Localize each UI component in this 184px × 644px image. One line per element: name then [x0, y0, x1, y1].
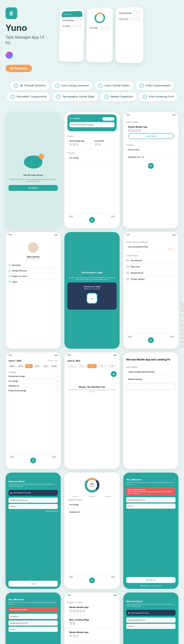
screen-biometric[interactable]: Set Biometric Login Get easier access fo… — [64, 232, 120, 349]
fab-add-button[interactable]: + — [89, 217, 95, 223]
email-input[interactable]: zaralarson@mail.com — [8, 620, 58, 626]
check-icon: ✓ — [56, 95, 60, 99]
add-more-button[interactable]: + — [126, 384, 176, 390]
hero-preview: Hi, Jonathan!Rando Mobile AppIcon Design… — [58, 6, 182, 74]
avatar[interactable] — [28, 242, 38, 253]
menu-projects[interactable]: Projects You Are In — [8, 274, 58, 279]
screen-projects-list[interactable]: 9:41●●● Projects You Are In Rando Mobile… — [64, 593, 120, 644]
feature-pill: ✓Color Global Styles — [95, 81, 133, 90]
task-item[interactable]: Icon Design — [67, 502, 117, 508]
empty-title: Woops, No Checklist Yet! — [67, 386, 117, 388]
task-item[interactable]: Homescreen Design○ — [8, 374, 58, 379]
feature-pill: ✓50 Prebuilt Screens — [10, 81, 49, 90]
signup-button[interactable]: Sign Me Up! — [126, 577, 176, 583]
fab-add-button[interactable]: + — [111, 371, 117, 377]
member-row[interactable]: Thomas Jackson — [126, 276, 176, 282]
task-item[interactable]: Feedback 12○ — [8, 384, 58, 388]
date-pill[interactable]: Thu 8 — [33, 364, 41, 368]
fingerprint-icon[interactable]: ◉ — [128, 612, 130, 614]
fingerprint-icon[interactable]: ◉ — [10, 492, 12, 494]
screen-onboarding[interactable]: Get All Jobs Done! Enjoy all Yuno featur… — [6, 112, 61, 229]
figma-icon — [6, 51, 13, 59]
screens-grid: Get All Jobs Done! Enjoy all Yuno featur… — [6, 112, 178, 644]
menu-edit-profile[interactable]: Edit Profile — [8, 263, 58, 268]
date-pill-active[interactable]: Wed 7 — [25, 364, 33, 368]
email-input[interactable]: zaralarson@mail.com — [8, 498, 58, 503]
project-card[interactable]: Mizu Landing Page — [67, 617, 117, 628]
forgot-password-link[interactable]: Forgot Password? — [8, 510, 58, 512]
check-icon: ✓ — [10, 95, 15, 99]
invite-button[interactable]: Invite People — [128, 133, 174, 139]
header: Project Details — [126, 121, 176, 123]
screen-signup[interactable]: Hey, Welcome! Welcome to Yuno! Create an… — [123, 473, 178, 589]
date-pill[interactable]: Sat 10 — [50, 364, 58, 368]
screen-signup-error[interactable]: Hey, Welcome! Welcome to Yuno! Create an… — [6, 593, 61, 644]
checklist-input[interactable]: Create Landing Page Wireframe — [126, 369, 176, 375]
feature-pill: ✓Reusable Components — [7, 92, 50, 101]
menu-logout[interactable]: Logout — [8, 279, 58, 285]
username-input[interactable]: zaralarson — [8, 613, 58, 619]
feature-pill: ✓Free Amazing Font — [139, 92, 177, 101]
member-row[interactable]: Alex Marshall — [126, 257, 176, 264]
error-alert: Username Already Taken The username you … — [126, 487, 176, 496]
login-link[interactable]: Already have an account? Login — [126, 585, 176, 587]
screen-profile[interactable]: 9:41●●● Zara Larson zaralarson@mail.com … — [6, 232, 61, 349]
fab-add-button[interactable]: + — [148, 163, 154, 169]
password-input[interactable]: •••••••••• — [8, 504, 58, 509]
screen-login-alt[interactable]: Welcome Back! Login using your account b… — [123, 593, 178, 644]
task-item[interactable]: Icon Design○ — [8, 379, 58, 384]
fingerprint-icon[interactable]: ◉ — [86, 293, 98, 304]
screen-invite[interactable]: 9:41●●● Invite to Rando Mobile App yuno.… — [123, 232, 178, 349]
checklist-input[interactable]: Website Sitemap — [126, 376, 176, 382]
password-input[interactable]: •••••••••• — [126, 624, 176, 629]
menu-change-password[interactable]: Change Password — [8, 268, 58, 274]
date-pill[interactable]: Tue 6 — [17, 364, 25, 368]
product-subtitle: Task Manager App UI Kit — [6, 35, 50, 46]
email-input[interactable]: zaralarson@mail.com — [126, 618, 176, 623]
date-pill[interactable]: Fri 9 — [42, 364, 50, 368]
profile-email: zaralarson@mail.com — [8, 258, 58, 260]
password-input[interactable]: •••••••• — [8, 627, 58, 632]
password-input[interactable]: •••••••• — [126, 504, 176, 509]
projects-label: Projects — [67, 135, 117, 137]
check-icon: ✓ — [55, 83, 60, 88]
task-item[interactable]: Feedback 12 — [67, 509, 117, 515]
member-row[interactable]: Katie Jones — [126, 264, 176, 270]
check-icon: ✓ — [142, 95, 147, 99]
screen-project-detail[interactable]: 9:41●●● Project Details Rando Mobile App… — [123, 112, 178, 229]
watermark: AVAXGFX.COM — [179, 302, 184, 348]
check-icon: ✓ — [14, 83, 18, 88]
date-pill[interactable]: Mon 5 — [8, 364, 16, 368]
feature-pill: ✓Fully Customizable — [136, 81, 174, 90]
project-card[interactable]: Rando Mobile App — [67, 629, 117, 640]
task-item[interactable]: Icon Design — [67, 155, 117, 161]
member-row[interactable]: Michael Morrell — [126, 270, 176, 276]
task-item[interactable]: Feedback to Ul - 01 — [126, 154, 176, 160]
screen-calendar-empty[interactable]: 9:41●●● April 8, 2021 6 7 8 9 10 + Woops… — [64, 352, 120, 469]
feature-pill: ✓Neatly Organized — [100, 92, 137, 101]
search-input[interactable]: Canva Homescreen Update — [70, 122, 114, 127]
hero-section: ⫼ Yuno Task Manager App UI Kit 50 Screen… — [6, 7, 178, 72]
feature-pill: ✓Icon Library Included — [52, 81, 92, 90]
task-item[interactable]: Home Screen — [126, 147, 176, 153]
check-icon: ✓ — [139, 83, 144, 88]
screen-add-checklist[interactable]: Microza Mobile App and Landing Pa Add Ch… — [123, 352, 178, 469]
email-input[interactable]: zaralarson@mail.com — [126, 497, 176, 502]
biometric-title: Set Biometric Login — [67, 271, 117, 274]
task-item[interactable]: Profile Screen Design○ — [8, 388, 58, 393]
screen-stats[interactable]: 247 Projects ● Done ● Ongoing ● Missed O… — [64, 473, 120, 589]
stats-donut: 247 Projects — [85, 478, 99, 492]
screens-count-badge: 50 Screens — [6, 65, 32, 72]
feature-pill: ✓Typography Global Style — [52, 92, 98, 101]
screen-calendar[interactable]: 9:41●●● April 7, 2021Schedule Today Mon … — [6, 352, 61, 469]
product-title: Yuno — [6, 23, 50, 33]
copy-link-button[interactable]: Copy Link — [128, 248, 174, 250]
get-started-button[interactable]: Get Started — [8, 185, 58, 191]
screen-login[interactable]: Welcome Back! Login using your account b… — [6, 473, 61, 589]
screen-home[interactable]: Hi, Jonathan! 8 Active Task Canva Homesc… — [64, 112, 120, 229]
project-card[interactable]: Rando Mobile App — [67, 604, 117, 615]
login-button[interactable]: Login — [8, 581, 58, 587]
illustration-blob — [24, 156, 42, 168]
greeting: Hi, Jonathan! — [70, 117, 80, 121]
active-tasks-badge: 8 Active Task — [102, 117, 114, 121]
